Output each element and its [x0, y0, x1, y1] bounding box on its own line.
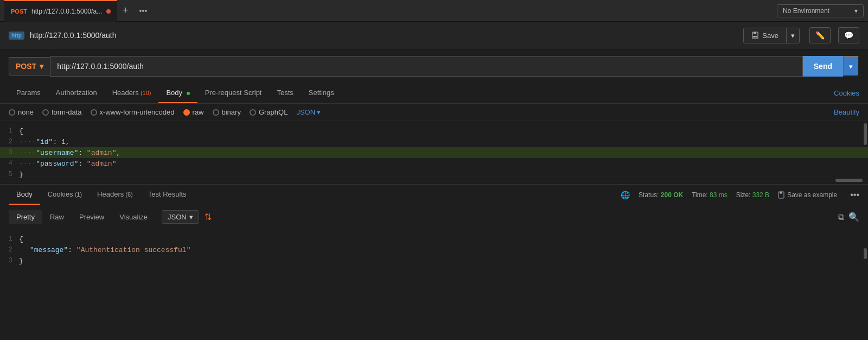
- send-group: Send ▾: [803, 56, 859, 77]
- resp-tab-body[interactable]: Body: [9, 185, 40, 205]
- tab-more-button[interactable]: •••: [134, 7, 153, 15]
- radio-urlencoded: [91, 109, 97, 116]
- save-as-example-button[interactable]: Save as example: [778, 191, 837, 199]
- resp-json-selector[interactable]: JSON ▾: [162, 210, 199, 224]
- size-value: 332 B: [752, 191, 769, 199]
- radio-binary: [213, 109, 219, 116]
- code-line-5: 5 }: [0, 169, 868, 180]
- save-button-group: Save ▾: [743, 28, 800, 43]
- save-icon-small: [778, 191, 784, 199]
- url-input[interactable]: [50, 56, 803, 77]
- format-raw[interactable]: raw: [183, 108, 204, 116]
- resp-tab-headers[interactable]: Headers (6): [90, 185, 141, 205]
- search-response-button[interactable]: 🔍: [848, 212, 859, 222]
- format-binary[interactable]: binary: [213, 108, 241, 116]
- resp-tab-test-results[interactable]: Test Results: [141, 185, 194, 205]
- resp-view-pretty[interactable]: Pretty: [9, 210, 42, 224]
- radio-graphql: [250, 109, 256, 116]
- save-icon: [751, 32, 759, 39]
- tab-body[interactable]: Body: [158, 83, 197, 103]
- resp-view-preview[interactable]: Preview: [72, 210, 112, 224]
- http-icon: http: [9, 32, 24, 40]
- resp-tab-cookies[interactable]: Cookies (1): [40, 185, 90, 205]
- tab-tests[interactable]: Tests: [269, 83, 301, 103]
- status-value: 200 OK: [661, 191, 683, 199]
- comment-icon-button[interactable]: 💬: [838, 27, 859, 43]
- add-tab-button[interactable]: +: [117, 5, 134, 16]
- time-value: 83 ms: [710, 191, 727, 199]
- method-label: POST: [16, 62, 36, 71]
- tab-settings[interactable]: Settings: [301, 83, 342, 103]
- response-body-display: 1 { 2 "message": "Authentication success…: [0, 229, 868, 278]
- tab-authorization[interactable]: Authorization: [48, 83, 105, 103]
- save-chevron-button[interactable]: ▾: [786, 28, 799, 43]
- response-status: 🌐 Status: 200 OK Time: 83 ms Size: 332 B…: [621, 190, 859, 200]
- response-tabs-row: Body Cookies (1) Headers (6) Test Result…: [0, 184, 868, 205]
- send-dropdown-chevron: ▾: [849, 62, 853, 71]
- beautify-button[interactable]: Beautify: [834, 108, 859, 116]
- response-format-row: Pretty Raw Preview Visualize JSON ▾ ⇅ ⧉ …: [0, 205, 868, 229]
- more-options-button[interactable]: •••: [850, 190, 859, 200]
- code-line-2: 2 ····"id": 1,: [0, 136, 868, 147]
- body-active-dot: [187, 92, 190, 95]
- save-button[interactable]: Save: [744, 28, 786, 43]
- active-tab[interactable]: POST http://127.0.0.1:5000/a...: [4, 0, 117, 22]
- json-format-selector[interactable]: JSON ▾: [296, 108, 321, 116]
- save-label: Save: [762, 32, 778, 40]
- tab-dot: [106, 9, 111, 14]
- tab-bar: POST http://127.0.0.1:5000/a... + ••• No…: [0, 0, 868, 22]
- tab-method: POST: [11, 8, 27, 15]
- environment-chevron: ▾: [854, 7, 858, 15]
- resp-scrollbar-vertical[interactable]: [864, 248, 867, 259]
- json-format-label: JSON: [296, 108, 315, 116]
- environment-label: No Environment: [783, 7, 829, 15]
- url-row: POST ▾ Send ▾: [0, 49, 868, 83]
- environment-selector[interactable]: No Environment ▾: [777, 4, 864, 17]
- code-line-3: 3 ····"username": "admin",: [0, 147, 868, 158]
- request-tabs-row: Params Authorization Headers (10) Body P…: [0, 83, 868, 104]
- edit-icon-button[interactable]: ✏️: [809, 27, 831, 43]
- method-chevron: ▾: [40, 62, 43, 71]
- radio-raw: [183, 109, 190, 116]
- json-format-chevron: ▾: [317, 108, 321, 116]
- save-example-label: Save as example: [787, 191, 837, 199]
- svg-rect-2: [753, 36, 757, 37]
- resp-format-chevron: ▾: [189, 213, 193, 221]
- format-none[interactable]: none: [9, 108, 34, 116]
- status-label: Status:: [639, 191, 659, 199]
- format-form-data[interactable]: form-data: [42, 108, 82, 116]
- copy-response-button[interactable]: ⧉: [838, 212, 844, 222]
- time-label: Time:: [692, 191, 708, 199]
- code-line-4: 4 ····"password": "admin": [0, 158, 868, 169]
- resp-code-line-1: 1 {: [0, 234, 868, 244]
- send-label: Send: [814, 62, 832, 71]
- svg-rect-4: [780, 192, 782, 194]
- tab-headers[interactable]: Headers (10): [105, 83, 159, 103]
- editor-scrollbar-vertical[interactable]: [864, 123, 867, 145]
- resp-view-visualize[interactable]: Visualize: [112, 210, 155, 224]
- resp-view-raw[interactable]: Raw: [42, 210, 72, 224]
- send-chevron-button[interactable]: ▾: [843, 56, 859, 77]
- code-line-1: 1 {: [0, 125, 868, 136]
- filter-icon-button[interactable]: ⇅: [205, 212, 212, 222]
- svg-rect-1: [754, 32, 756, 34]
- format-urlencoded[interactable]: x-www-form-urlencoded: [91, 108, 175, 116]
- send-button[interactable]: Send: [803, 56, 843, 77]
- tab-params[interactable]: Params: [9, 83, 48, 103]
- tab-pre-request-script[interactable]: Pre-request Script: [197, 83, 270, 103]
- save-dropdown-chevron: ▾: [791, 32, 795, 40]
- request-body-editor[interactable]: 1 { 2 ····"id": 1, 3 ····"username": "ad…: [0, 121, 868, 184]
- radio-form-data: [42, 109, 49, 116]
- size-label: Size:: [736, 191, 751, 199]
- editor-scrollbar-horizontal[interactable]: [835, 179, 863, 182]
- method-selector[interactable]: POST ▾: [9, 57, 50, 75]
- request-url-display: http://127.0.0.1:5000/auth: [30, 31, 738, 40]
- request-bar: http http://127.0.0.1:5000/auth Save ▾ ✏…: [0, 22, 868, 49]
- tab-url: http://127.0.0.1:5000/a...: [31, 8, 102, 15]
- globe-icon[interactable]: 🌐: [621, 191, 630, 199]
- radio-none: [9, 109, 15, 116]
- resp-format-label: JSON: [168, 213, 187, 221]
- body-format-row: none form-data x-www-form-urlencoded raw…: [0, 104, 868, 121]
- cookies-link[interactable]: Cookies: [834, 89, 859, 97]
- format-graphql[interactable]: GraphQL: [250, 108, 288, 116]
